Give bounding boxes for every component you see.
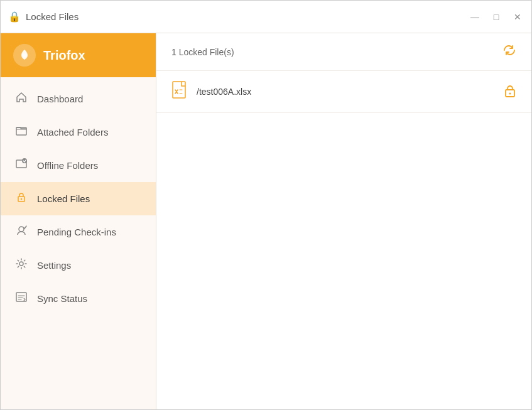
- sidebar-item-offline-folders[interactable]: Offline Folders: [1, 149, 156, 182]
- sidebar-nav: Dashboard Attached Folders: [1, 77, 156, 409]
- sidebar-item-offline-folders-label: Offline Folders: [37, 160, 98, 171]
- home-icon: [14, 91, 28, 107]
- table-row[interactable]: /test006A.xlsx: [156, 71, 531, 113]
- sidebar-item-pending-checkins-label: Pending Check-ins: [37, 227, 116, 237]
- sidebar-item-attached-folders[interactable]: Attached Folders: [1, 116, 156, 149]
- svg-point-7: [19, 262, 23, 266]
- close-button[interactable]: ✕: [511, 11, 524, 23]
- attached-folders-icon: [14, 124, 28, 140]
- file-list: /test006A.xlsx: [156, 71, 531, 409]
- maximize-button[interactable]: □: [490, 11, 502, 23]
- checkin-icon: [14, 224, 28, 240]
- sidebar-item-settings[interactable]: Settings: [1, 249, 156, 282]
- sidebar-item-dashboard-label: Dashboard: [37, 94, 83, 104]
- sidebar-item-sync-status[interactable]: Sync Status: [1, 282, 156, 315]
- sidebar-item-locked-files-label: Locked Files: [37, 193, 90, 204]
- logo-icon: [13, 44, 36, 67]
- main-layout: Triofox Dashboard: [1, 33, 531, 409]
- titlebar: 🔒 Locked Files — □ ✕: [1, 1, 531, 33]
- offline-folders-icon: [14, 158, 28, 173]
- minimize-button[interactable]: —: [469, 11, 481, 23]
- sidebar-item-locked-files[interactable]: Locked Files: [1, 182, 156, 215]
- locked-files-count: 1 Locked File(s): [171, 47, 234, 57]
- xlsx-file-icon: [171, 81, 189, 102]
- titlebar-title: Locked Files: [26, 11, 79, 22]
- svg-point-0: [23, 53, 26, 57]
- sidebar: Triofox Dashboard: [1, 33, 156, 409]
- sidebar-item-dashboard[interactable]: Dashboard: [1, 82, 156, 116]
- svg-point-5: [21, 198, 22, 200]
- sidebar-item-pending-checkins[interactable]: Pending Check-ins: [1, 215, 156, 249]
- svg-point-11: [509, 92, 511, 94]
- logo-text: Triofox: [43, 48, 85, 63]
- sidebar-item-attached-folders-label: Attached Folders: [37, 127, 108, 138]
- sidebar-item-settings-label: Settings: [37, 260, 71, 271]
- file-item-left: /test006A.xlsx: [171, 81, 251, 102]
- content-header: 1 Locked File(s): [156, 33, 531, 71]
- sync-status-icon: [14, 291, 28, 306]
- content-area: 1 Locked File(s): [156, 33, 531, 409]
- settings-icon: [14, 257, 28, 273]
- titlebar-left: 🔒 Locked Files: [8, 11, 79, 23]
- sidebar-item-sync-status-label: Sync Status: [37, 293, 87, 304]
- file-lock-icon: [504, 84, 516, 100]
- refresh-icon[interactable]: [502, 43, 516, 60]
- app-window: 🔒 Locked Files — □ ✕ Triofox: [0, 0, 532, 410]
- sidebar-header: Triofox: [1, 33, 156, 77]
- lock-icon: [14, 191, 28, 207]
- titlebar-controls: — □ ✕: [469, 11, 524, 23]
- titlebar-lock-icon: 🔒: [8, 11, 21, 23]
- svg-rect-9: [173, 82, 185, 98]
- file-name: /test006A.xlsx: [197, 87, 251, 97]
